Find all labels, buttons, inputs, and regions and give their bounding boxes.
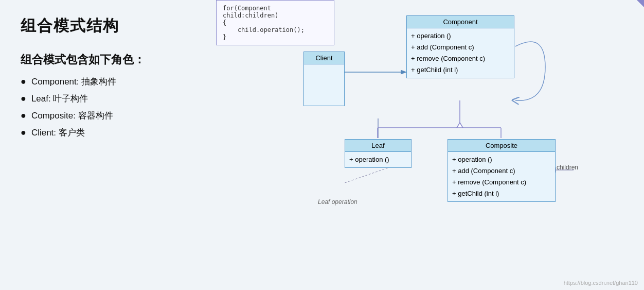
- main-container: 组合模式结构 组合模式包含如下角色： Component: 抽象构件Leaf: …: [0, 0, 644, 290]
- right-panel: Component + operation () + add (Componen…: [216, 0, 644, 290]
- bullet-list: Component: 抽象构件Leaf: 叶子构件Composite: 容器构件…: [21, 76, 201, 139]
- svg-marker-8: [457, 123, 463, 128]
- component-body: + operation () + add (Component c) + rem…: [407, 28, 514, 78]
- page-title: 组合模式结构: [21, 15, 201, 37]
- leaf-box: Leaf + operation (): [345, 139, 412, 168]
- bullet-item-3: Composite: 容器构件: [21, 110, 201, 122]
- client-header: Client: [304, 52, 344, 64]
- client-box: Client: [303, 52, 345, 106]
- component-box: Component + operation () + add (Componen…: [406, 15, 514, 78]
- leaf-body: + operation (): [345, 152, 411, 167]
- code-line-2: {: [223, 19, 328, 26]
- watermark: https://blog.csdn.net/ghan110: [564, 280, 638, 286]
- code-line-4: }: [223, 33, 328, 41]
- composite-method-4: + getChild (int i): [452, 188, 551, 199]
- children-label: children: [557, 164, 578, 171]
- component-method-4: + getChild (int i): [411, 64, 510, 76]
- client-body2: [304, 85, 344, 106]
- composite-box: Composite + operation () + add (Componen…: [448, 139, 556, 202]
- leaf-operation-label: Leaf operation: [318, 198, 357, 206]
- client-body: [304, 64, 344, 85]
- composite-header: Composite: [448, 140, 555, 152]
- composite-method-2: + add (Component c): [452, 165, 551, 177]
- code-line-3: child.operation();: [223, 26, 328, 33]
- component-method-2: + add (Component c): [411, 42, 510, 53]
- component-header: Component: [407, 16, 514, 28]
- bullet-item-4: Client: 客户类: [21, 127, 201, 139]
- code-line-1: for(Component child:children): [223, 5, 328, 19]
- composite-method-1: + operation (): [452, 154, 551, 165]
- bullet-item-2: Leaf: 叶子构件: [21, 93, 201, 105]
- component-method-1: + operation (): [411, 30, 510, 42]
- composite-body: + operation () + add (Component c) + rem…: [448, 152, 555, 201]
- composite-method-3: + remove (Component c): [452, 177, 551, 188]
- code-box: for(Component child:children) { child.op…: [216, 0, 334, 45]
- leaf-header: Leaf: [345, 140, 411, 152]
- left-panel: 组合模式结构 组合模式包含如下角色： Component: 抽象构件Leaf: …: [0, 0, 216, 290]
- component-method-3: + remove (Component c): [411, 53, 510, 64]
- leaf-method-1: + operation (): [349, 154, 407, 165]
- section-title: 组合模式包含如下角色：: [21, 52, 201, 67]
- bullet-item-1: Component: 抽象构件: [21, 76, 201, 88]
